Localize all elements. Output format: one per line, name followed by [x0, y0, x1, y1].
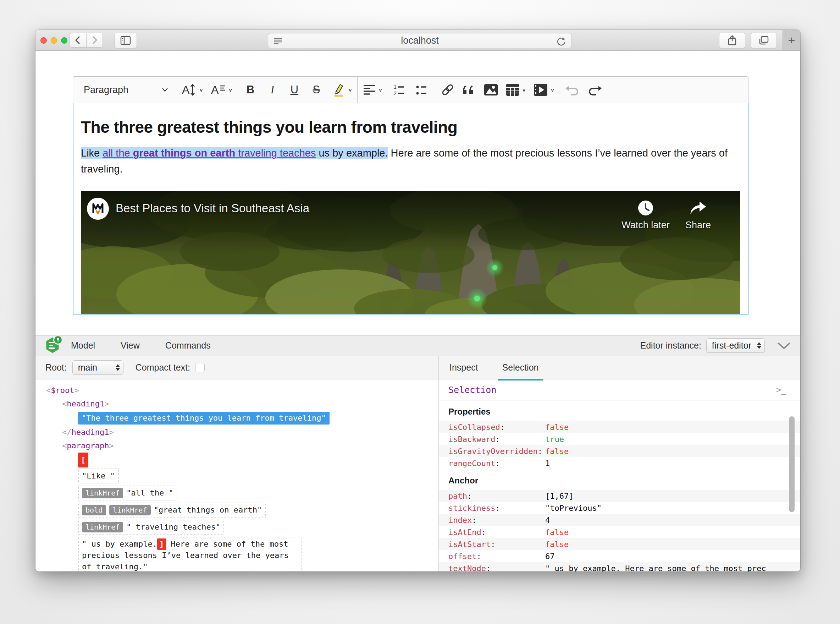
property-key: isGravityOverridden: — [449, 447, 545, 456]
svg-text:A: A — [182, 83, 190, 96]
link-button[interactable] — [437, 79, 459, 100]
editor-instance-value: first-editor — [712, 340, 751, 351]
scrollbar-thumb[interactable] — [789, 416, 795, 512]
property-value: 4 — [545, 516, 800, 525]
tree-node-text-like[interactable]: "Like " — [78, 468, 438, 485]
property-row: stickiness:"toPrevious" — [439, 502, 800, 514]
collapse-inspector-chevron-icon[interactable] — [777, 342, 791, 350]
highlight-button[interactable]: ∨ — [327, 79, 356, 100]
paragraph-style-dropdown[interactable]: Paragraph — [74, 79, 174, 100]
root-select[interactable]: main — [72, 360, 123, 375]
insert-table-button[interactable]: ∨ — [502, 79, 530, 100]
tab-view[interactable]: View — [120, 335, 140, 356]
close-window-button[interactable] — [40, 37, 47, 44]
address-bar[interactable]: localhost — [268, 33, 572, 48]
selected-text: Like — [81, 147, 103, 159]
underline-button[interactable]: U — [284, 79, 305, 100]
text-alignment-button[interactable]: ∨ — [359, 79, 386, 100]
tab-commands[interactable]: Commands — [165, 335, 211, 356]
italic-button[interactable]: I — [261, 79, 284, 100]
link-all-the[interactable]: all the — [103, 147, 133, 159]
redo-button[interactable] — [584, 79, 606, 100]
tab-inspect[interactable]: Inspect — [449, 357, 479, 378]
document-heading: The three greatest things you learn from… — [81, 117, 740, 137]
channel-avatar[interactable] — [87, 198, 109, 220]
new-tab-button[interactable]: + — [783, 30, 800, 50]
property-value: 1 — [545, 459, 800, 468]
undo-button[interactable] — [561, 79, 584, 100]
block-quote-button[interactable] — [459, 79, 480, 100]
property-row: index:4 — [439, 514, 800, 526]
reload-icon[interactable] — [556, 36, 567, 47]
property-key: textNode: — [449, 564, 545, 572]
table-icon — [506, 83, 520, 97]
document-paragraph: Like all the great things on earth trave… — [81, 145, 740, 177]
embedded-video[interactable]: Best Places to Visit in Southeast Asia W… — [81, 192, 740, 315]
tree-node-heading1-close[interactable]: </heading1> — [62, 426, 438, 439]
font-family-icon: A — [210, 83, 226, 97]
reader-icon[interactable] — [273, 36, 283, 45]
watch-later-label: Watch later — [617, 220, 674, 231]
zoom-window-button[interactable] — [61, 37, 68, 44]
compact-text-checkbox[interactable] — [195, 363, 205, 372]
model-tree-pane: Root: main Compact text: <$root> <headin… — [35, 356, 439, 571]
property-key: offset: — [449, 552, 545, 561]
sidebar-toggle-button[interactable] — [114, 32, 137, 48]
tree-node-paragraph-open[interactable]: <paragraph> — [62, 439, 438, 453]
link-great-things[interactable]: great things on earth — [133, 147, 235, 159]
tree-node-text-us-by-example[interactable]: " us by example.] Here are some of the m… — [78, 536, 438, 571]
bulleted-list-button[interactable] — [412, 79, 433, 100]
tab-overview-button[interactable] — [751, 32, 777, 48]
ckeditor-logo-icon: 5 — [45, 338, 61, 354]
strikethrough-button[interactable]: S — [305, 79, 327, 100]
insert-image-button[interactable] — [480, 79, 502, 100]
font-size-button[interactable]: A ∨ — [178, 79, 207, 100]
chevron-down-icon: ∨ — [550, 87, 555, 93]
select-arrows-icon — [116, 364, 120, 371]
forward-button[interactable] — [86, 32, 103, 48]
tree-node-root-open[interactable]: <$root> — [46, 384, 438, 397]
selection-start-marker: [ — [78, 453, 438, 468]
back-button[interactable] — [69, 32, 86, 48]
property-row: offset:67 — [439, 550, 800, 562]
link-traveling-teaches[interactable]: traveling teaches — [235, 147, 316, 159]
video-title[interactable]: Best Places to Visit in Southeast Asia — [116, 202, 309, 215]
tab-model[interactable]: Model — [70, 335, 96, 356]
font-family-button[interactable]: A ∨ — [207, 79, 236, 100]
tree-node-heading1-text[interactable]: "The three greatest things you learn fro… — [78, 411, 438, 426]
insert-media-button[interactable]: ∨ — [530, 79, 558, 100]
selection-panel-title: Selection — [449, 385, 496, 395]
tree-node-heading1-open[interactable]: <heading1> — [62, 397, 438, 411]
property-key: isBackward: — [449, 435, 545, 444]
align-left-icon — [362, 84, 376, 96]
editor-instance-select[interactable]: first-editor — [706, 338, 765, 353]
editor-instance-label: Editor instance: — [640, 340, 701, 351]
bold-button[interactable]: B — [239, 79, 261, 100]
property-row: rangeCount:1 — [439, 457, 800, 469]
link-icon — [440, 82, 455, 97]
selected-text: us by example. — [316, 147, 388, 159]
selection-panel-title-row: Selection >_ — [439, 380, 800, 400]
chevron-down-icon: ∨ — [348, 87, 352, 93]
video-share-button[interactable]: Share — [670, 199, 726, 231]
numbered-list-button[interactable]: 1 2 — [390, 79, 412, 100]
nav-buttons — [69, 32, 103, 48]
property-key: isAtStart: — [449, 540, 545, 549]
tree-node-text-all-the[interactable]: linkHref"all the " — [78, 485, 438, 502]
property-row: isGravityOverridden:false — [439, 445, 800, 457]
property-key: index: — [449, 516, 545, 525]
tab-selection[interactable]: Selection — [502, 357, 539, 378]
selected-tree-node[interactable]: "The three greatest things you learn fro… — [78, 412, 330, 425]
minimize-window-button[interactable] — [51, 37, 57, 44]
property-key: rangeCount: — [449, 459, 545, 468]
tree-node-text-great-things[interactable]: boldlinkHref"great things on earth" — [78, 502, 438, 519]
quote-icon — [462, 83, 476, 96]
share-button[interactable] — [719, 32, 745, 48]
redo-icon — [587, 83, 602, 96]
log-to-console-icon[interactable]: >_ — [776, 385, 786, 394]
editor-content-area[interactable]: The three greatest things you learn from… — [73, 103, 749, 315]
property-value: true — [545, 435, 800, 444]
watch-later-button[interactable]: Watch later — [617, 199, 674, 231]
tree-node-text-traveling-teaches[interactable]: linkHref" traveling teaches" — [78, 519, 438, 536]
property-key: isCollapsed: — [449, 423, 545, 432]
